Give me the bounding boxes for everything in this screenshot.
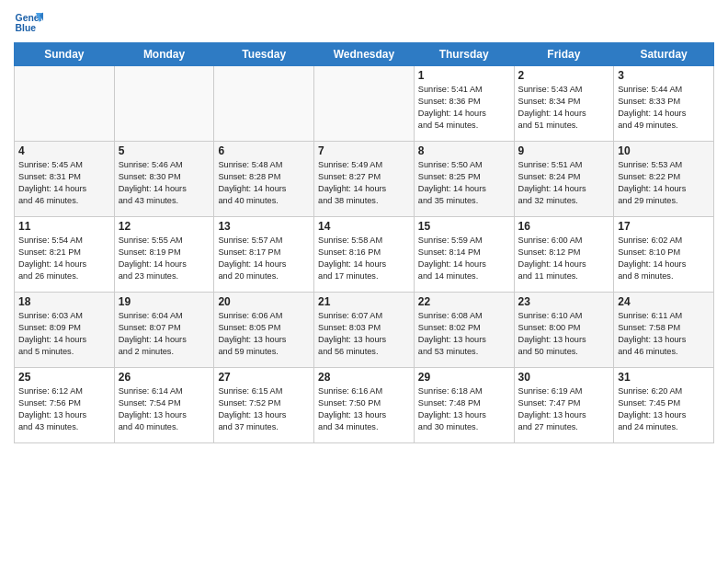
day-info: Sunrise: 6:00 AM Sunset: 8:12 PM Dayligh… [518,235,610,282]
weekday-header-wednesday: Wednesday [314,43,415,66]
calendar-cell: 5Sunrise: 5:46 AM Sunset: 8:30 PM Daylig… [114,142,214,217]
day-info: Sunrise: 5:58 AM Sunset: 8:16 PM Dayligh… [318,235,410,282]
day-number: 13 [218,220,310,233]
calendar-week-3: 11Sunrise: 5:54 AM Sunset: 8:21 PM Dayli… [15,217,714,293]
calendar-cell: 17Sunrise: 6:02 AM Sunset: 8:10 PM Dayli… [614,217,714,293]
day-number: 10 [618,144,710,157]
day-info: Sunrise: 5:55 AM Sunset: 8:19 PM Dayligh… [119,235,210,282]
day-info: Sunrise: 5:45 AM Sunset: 8:31 PM Dayligh… [18,159,110,207]
day-info: Sunrise: 5:49 AM Sunset: 8:27 PM Dayligh… [318,159,410,207]
calendar-cell: 21Sunrise: 6:07 AM Sunset: 8:03 PM Dayli… [314,293,415,368]
day-number: 27 [218,371,310,384]
weekday-header-friday: Friday [514,43,614,66]
day-number: 31 [618,371,710,384]
day-number: 4 [18,144,110,157]
day-info: Sunrise: 6:08 AM Sunset: 8:02 PM Dayligh… [418,310,510,358]
calendar-cell: 25Sunrise: 6:12 AM Sunset: 7:56 PM Dayli… [15,368,115,443]
day-number: 11 [18,220,110,233]
day-info: Sunrise: 6:19 AM Sunset: 7:47 PM Dayligh… [518,385,610,433]
day-number: 23 [518,295,610,308]
day-info: Sunrise: 6:14 AM Sunset: 7:54 PM Dayligh… [119,385,210,433]
day-number: 12 [119,220,210,233]
weekday-header-saturday: Saturday [614,43,714,66]
day-number: 24 [618,295,710,308]
weekday-header-monday: Monday [114,43,214,66]
day-number: 26 [119,371,210,384]
day-info: Sunrise: 5:43 AM Sunset: 8:34 PM Dayligh… [518,84,610,132]
day-number: 8 [418,144,510,157]
day-number: 17 [618,220,710,233]
page-header: General Blue [14,9,714,35]
calendar-cell: 27Sunrise: 6:15 AM Sunset: 7:52 PM Dayli… [214,368,314,443]
calendar-cell: 24Sunrise: 6:11 AM Sunset: 7:58 PM Dayli… [614,293,714,368]
calendar-cell [214,66,314,142]
calendar-cell: 1Sunrise: 5:41 AM Sunset: 8:36 PM Daylig… [414,66,514,142]
calendar-table: SundayMondayTuesdayWednesdayThursdayFrid… [14,42,714,443]
calendar-cell [114,66,214,142]
day-number: 9 [518,144,610,157]
calendar-cell: 29Sunrise: 6:18 AM Sunset: 7:48 PM Dayli… [414,368,514,443]
svg-text:Blue: Blue [16,23,37,33]
day-info: Sunrise: 5:59 AM Sunset: 8:14 PM Dayligh… [418,235,510,282]
day-info: Sunrise: 6:12 AM Sunset: 7:56 PM Dayligh… [18,385,110,433]
day-info: Sunrise: 6:10 AM Sunset: 8:00 PM Dayligh… [518,310,610,358]
day-number: 1 [418,69,510,82]
day-info: Sunrise: 5:46 AM Sunset: 8:30 PM Dayligh… [119,159,210,207]
weekday-header-tuesday: Tuesday [214,43,314,66]
day-number: 7 [318,144,410,157]
day-number: 5 [119,144,210,157]
calendar-cell: 15Sunrise: 5:59 AM Sunset: 8:14 PM Dayli… [414,217,514,293]
day-info: Sunrise: 6:15 AM Sunset: 7:52 PM Dayligh… [218,385,310,433]
calendar-week-5: 25Sunrise: 6:12 AM Sunset: 7:56 PM Dayli… [15,368,714,443]
calendar-cell: 30Sunrise: 6:19 AM Sunset: 7:47 PM Dayli… [514,368,614,443]
calendar-cell: 31Sunrise: 6:20 AM Sunset: 7:45 PM Dayli… [614,368,714,443]
day-info: Sunrise: 6:20 AM Sunset: 7:45 PM Dayligh… [618,385,710,433]
day-number: 3 [618,69,710,82]
weekday-header-sunday: Sunday [15,43,115,66]
calendar-header: SundayMondayTuesdayWednesdayThursdayFrid… [15,43,714,66]
logo-icon: General Blue [14,9,43,35]
calendar-cell: 28Sunrise: 6:16 AM Sunset: 7:50 PM Dayli… [314,368,415,443]
day-info: Sunrise: 6:11 AM Sunset: 7:58 PM Dayligh… [618,310,710,358]
weekday-header-thursday: Thursday [414,43,514,66]
day-info: Sunrise: 6:03 AM Sunset: 8:09 PM Dayligh… [18,310,110,358]
day-number: 20 [218,295,310,308]
calendar-cell: 8Sunrise: 5:50 AM Sunset: 8:25 PM Daylig… [414,142,514,217]
calendar-cell: 6Sunrise: 5:48 AM Sunset: 8:28 PM Daylig… [214,142,314,217]
calendar-week-2: 4Sunrise: 5:45 AM Sunset: 8:31 PM Daylig… [15,142,714,217]
day-number: 21 [318,295,410,308]
calendar-cell: 10Sunrise: 5:53 AM Sunset: 8:22 PM Dayli… [614,142,714,217]
day-number: 19 [119,295,210,308]
calendar-cell [15,66,115,142]
calendar-cell: 12Sunrise: 5:55 AM Sunset: 8:19 PM Dayli… [114,217,214,293]
day-info: Sunrise: 5:48 AM Sunset: 8:28 PM Dayligh… [218,159,310,207]
day-info: Sunrise: 6:04 AM Sunset: 8:07 PM Dayligh… [119,310,210,358]
calendar-cell: 18Sunrise: 6:03 AM Sunset: 8:09 PM Dayli… [15,293,115,368]
day-info: Sunrise: 5:57 AM Sunset: 8:17 PM Dayligh… [218,235,310,282]
day-number: 29 [418,371,510,384]
calendar-cell: 11Sunrise: 5:54 AM Sunset: 8:21 PM Dayli… [15,217,115,293]
calendar-cell: 22Sunrise: 6:08 AM Sunset: 8:02 PM Dayli… [414,293,514,368]
calendar-cell [314,66,415,142]
calendar-cell: 7Sunrise: 5:49 AM Sunset: 8:27 PM Daylig… [314,142,415,217]
day-info: Sunrise: 6:18 AM Sunset: 7:48 PM Dayligh… [418,385,510,433]
day-info: Sunrise: 6:02 AM Sunset: 8:10 PM Dayligh… [618,235,710,282]
day-info: Sunrise: 5:53 AM Sunset: 8:22 PM Dayligh… [618,159,710,207]
day-number: 16 [518,220,610,233]
calendar-cell: 13Sunrise: 5:57 AM Sunset: 8:17 PM Dayli… [214,217,314,293]
day-info: Sunrise: 5:54 AM Sunset: 8:21 PM Dayligh… [18,235,110,282]
day-info: Sunrise: 5:51 AM Sunset: 8:24 PM Dayligh… [518,159,610,207]
calendar-cell: 2Sunrise: 5:43 AM Sunset: 8:34 PM Daylig… [514,66,614,142]
day-number: 22 [418,295,510,308]
day-number: 2 [518,69,610,82]
calendar-cell: 4Sunrise: 5:45 AM Sunset: 8:31 PM Daylig… [15,142,115,217]
calendar-week-1: 1Sunrise: 5:41 AM Sunset: 8:36 PM Daylig… [15,66,714,142]
day-info: Sunrise: 6:16 AM Sunset: 7:50 PM Dayligh… [318,385,410,433]
day-number: 25 [18,371,110,384]
day-info: Sunrise: 6:07 AM Sunset: 8:03 PM Dayligh… [318,310,410,358]
calendar-cell: 9Sunrise: 5:51 AM Sunset: 8:24 PM Daylig… [514,142,614,217]
day-number: 14 [318,220,410,233]
calendar-week-4: 18Sunrise: 6:03 AM Sunset: 8:09 PM Dayli… [15,293,714,368]
day-number: 18 [18,295,110,308]
calendar-cell: 20Sunrise: 6:06 AM Sunset: 8:05 PM Dayli… [214,293,314,368]
